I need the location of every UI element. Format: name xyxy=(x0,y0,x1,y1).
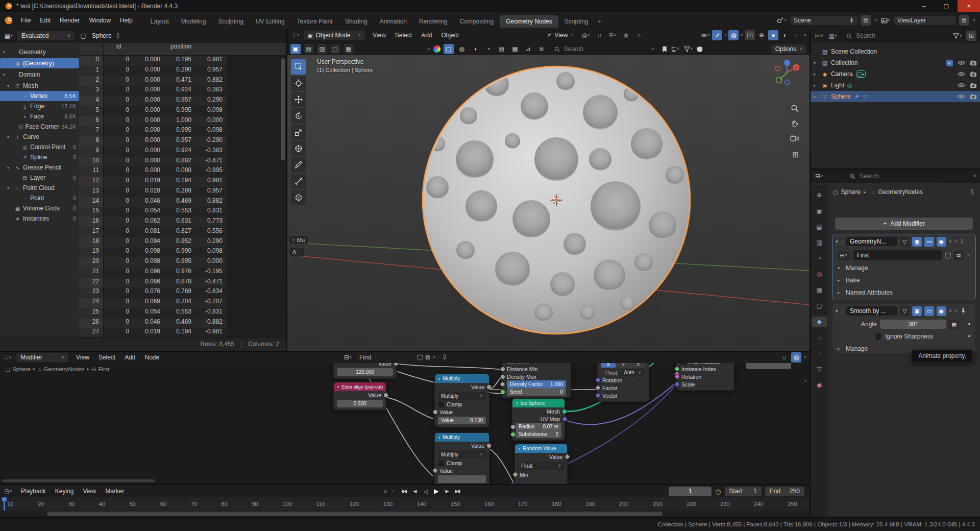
add-workspace-button[interactable]: + xyxy=(595,15,605,28)
tool-scale[interactable] xyxy=(291,125,306,140)
show-edit-mode-toggle[interactable]: ▣ xyxy=(912,306,922,316)
falloff-dropdown[interactable]: ∧ xyxy=(634,30,644,40)
tree-item[interactable]: ↗ Spline 0 xyxy=(0,152,79,162)
orthographic-grid-icon[interactable]: ⊞ xyxy=(792,150,799,159)
expand-icon[interactable]: ▾ xyxy=(814,61,819,65)
editor-type-icon[interactable]: ⊟∨ xyxy=(814,171,824,181)
node-group-field[interactable]: First xyxy=(853,250,942,260)
tree-item[interactable]: ▾ ≀ Curve xyxy=(0,132,79,142)
node-editor-scrollbar[interactable] xyxy=(2,479,155,482)
outliner-row[interactable]: ▸ ◆ Camera ◎ ▽ ✓ xyxy=(811,68,980,80)
properties-tab[interactable]: ◔ xyxy=(813,253,826,263)
properties-tab[interactable]: ◍ xyxy=(813,269,826,279)
extras-dropdown[interactable]: ∨ xyxy=(949,239,952,244)
workspace-tab[interactable]: Shading xyxy=(339,15,374,28)
outliner-search-input[interactable] xyxy=(855,32,899,40)
filter-funnel-dropdown[interactable]: ∨ xyxy=(683,44,694,54)
next-keyframe-button[interactable]: ▶ xyxy=(442,487,452,496)
value-field[interactable]: Value0.130 xyxy=(438,417,486,424)
data-type-dropdown[interactable]: Float∨ xyxy=(518,462,564,470)
expand-icon[interactable]: ▸ xyxy=(814,72,819,77)
gizmos-toggle[interactable]: ↗ xyxy=(712,30,722,40)
editor-type-icon[interactable]: ◷∨ xyxy=(3,486,13,496)
node-multiply-1[interactable]: ∨Multiply Value Multiply∨ Clamp Value Va… xyxy=(434,374,489,427)
viewport-menu-item[interactable]: View xyxy=(368,30,390,40)
blender-menu-icon[interactable] xyxy=(4,16,13,25)
collapse-icon[interactable]: ▾ xyxy=(836,308,838,313)
table-row[interactable]: 17 0 0.081 0.827 0.556 xyxy=(79,227,286,237)
seed-field[interactable]: Seed0 xyxy=(507,388,566,396)
current-frame-field[interactable]: 1 xyxy=(669,487,712,496)
input-socket[interactable] xyxy=(433,409,438,415)
filter-armature-toggle[interactable]: ⊿ xyxy=(523,44,533,54)
maximize-button[interactable]: ▢ xyxy=(935,0,958,12)
clamp-checkbox[interactable]: Clamp xyxy=(435,460,489,467)
tree-item[interactable]: ▯ Edge 17.1K xyxy=(0,101,79,111)
jump-to-start-button[interactable]: ▮◀ xyxy=(399,487,409,496)
orientation-dropdown[interactable]: ↱View∨ xyxy=(543,31,578,40)
tool-annotate[interactable] xyxy=(291,157,306,173)
breadcrumb-object[interactable]: Sphere xyxy=(841,188,861,196)
radius-field[interactable]: Radius0.07 m xyxy=(516,423,561,430)
table-row[interactable]: 0 0 0.000 0.195 0.981 xyxy=(79,56,286,66)
pick-instance-checkbox[interactable]: Pick Instance xyxy=(689,363,720,365)
properties-tab[interactable]: ▢ xyxy=(813,301,826,311)
input-socket[interactable] xyxy=(500,390,505,395)
input-socket[interactable] xyxy=(500,374,505,379)
expand-icon[interactable]: ▾ xyxy=(7,165,12,170)
expand-icon[interactable]: ▾ xyxy=(3,50,8,55)
table-row[interactable]: 24 0 0.069 0.704 -0.707 xyxy=(79,298,286,308)
extras-dropdown[interactable]: ∨ xyxy=(949,309,952,313)
table-row[interactable]: 22 0 0.086 0.878 -0.471 xyxy=(79,278,286,288)
menu-item[interactable]: Edit xyxy=(35,15,55,26)
workspace-tab[interactable]: Layout xyxy=(144,15,175,28)
camera-view-icon[interactable] xyxy=(790,135,799,141)
animate-dot[interactable]: • xyxy=(968,321,970,328)
node-align-rotation-partial[interactable]: X Y Z Pivot Auto∨ Rotation Factor Vector xyxy=(597,363,649,402)
keying-dropdown[interactable]: ∨ xyxy=(391,489,394,493)
expand-icon[interactable]: ▸ xyxy=(814,94,819,99)
workspace-tab[interactable]: Compositing xyxy=(453,15,500,28)
node-menu-item[interactable]: Node xyxy=(140,352,164,363)
value-field[interactable] xyxy=(438,475,486,483)
table-row[interactable]: 16 0 0.062 0.631 0.773 xyxy=(79,217,286,227)
hide-eye-icon[interactable] xyxy=(958,60,965,65)
table-row[interactable]: 11 0 0.000 0.098 -0.995 xyxy=(79,166,286,177)
scene-selector[interactable]: Scene xyxy=(790,16,857,25)
output-socket[interactable] xyxy=(383,393,388,398)
timeline-ruler[interactable]: 1020304050607080901001101201301401501601… xyxy=(0,497,810,511)
pan-hand-icon[interactable] xyxy=(791,119,799,128)
workspace-tab[interactable]: Modeling xyxy=(175,15,212,28)
properties-tab[interactable]: ◉ xyxy=(813,380,826,390)
minimize-button[interactable]: – xyxy=(913,0,935,12)
node-menu-item[interactable]: View xyxy=(71,352,94,363)
editor-type-icon[interactable]: ▦∨ xyxy=(4,31,14,41)
navigation-gizmo[interactable]: X xyxy=(773,58,801,87)
tool-cursor[interactable] xyxy=(291,76,306,91)
menu-item[interactable]: Help xyxy=(115,15,137,26)
table-row[interactable]: 23 0 0.076 0.769 -0.634 xyxy=(79,287,286,298)
shading-rendered-button[interactable]: ◌ xyxy=(792,30,802,40)
properties-search-input[interactable] xyxy=(859,172,917,180)
jump-to-end-button[interactable]: ▶▮ xyxy=(453,487,462,496)
unlink-button[interactable]: × xyxy=(432,354,436,361)
render-camera-icon[interactable] xyxy=(970,71,977,77)
table-row[interactable]: 2 0 0.000 0.471 0.882 xyxy=(79,76,286,86)
table-row[interactable]: 3 0 0.000 0.924 0.383 xyxy=(79,86,286,96)
input-socket[interactable] xyxy=(500,367,505,372)
expand-icon[interactable]: ▸ xyxy=(814,83,819,88)
show-viewport-toggle[interactable]: ▭ xyxy=(924,306,934,316)
table-row[interactable]: 6 0 0.000 1.000 0.000 xyxy=(79,116,286,127)
output-socket[interactable] xyxy=(486,384,492,390)
play-reverse-button[interactable]: ◁ xyxy=(421,487,430,496)
expand-icon[interactable]: ▾ xyxy=(7,135,12,139)
last-operator-panel-collapsed[interactable]: ∨Mu xyxy=(289,236,308,244)
render-camera-icon[interactable] xyxy=(970,94,977,100)
select-mode-extend[interactable]: ▤ xyxy=(304,44,314,54)
outliner-row[interactable]: ▤ Scene Collection ◎ ▽ ✓ xyxy=(811,46,980,57)
driver-icon[interactable]: ▦ xyxy=(949,320,959,329)
tree-item[interactable]: ▾ Domain xyxy=(0,68,79,81)
show-edit-mode-toggle[interactable]: ▣ xyxy=(912,237,922,247)
table-row[interactable]: 14 0 0.046 0.469 0.882 xyxy=(79,197,286,207)
workspace-tab[interactable]: Sculpting xyxy=(212,15,250,28)
